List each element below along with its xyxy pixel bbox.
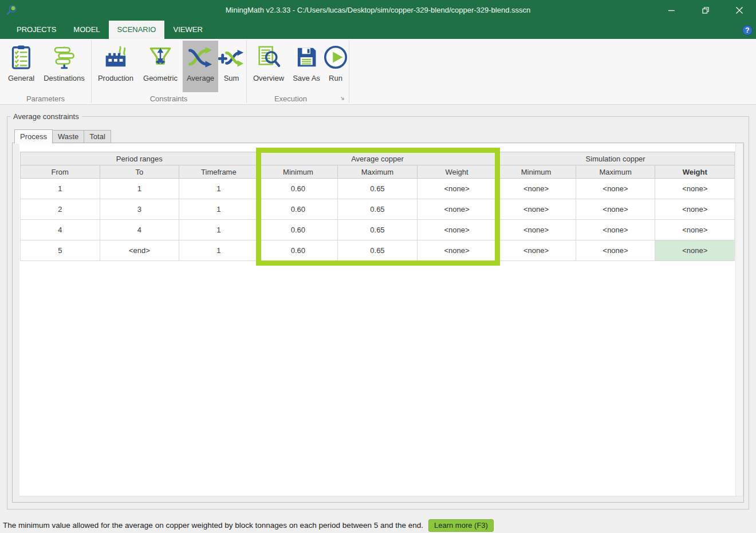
geometric-button[interactable]: Geometric bbox=[139, 41, 182, 92]
constraints-table: Period ranges Average copper Simulation … bbox=[20, 152, 735, 261]
table-cell[interactable]: 0.65 bbox=[338, 240, 418, 261]
col-header-sim-maximum[interactable]: Maximum bbox=[576, 165, 655, 179]
table-cell[interactable]: <end> bbox=[100, 240, 179, 261]
tab-total[interactable]: Total bbox=[84, 130, 111, 143]
table-cell[interactable]: 3 bbox=[100, 199, 179, 220]
ribbon-separator bbox=[91, 40, 92, 103]
table-cell[interactable]: 1 bbox=[179, 240, 259, 261]
col-header-avg-weight[interactable]: Weight bbox=[417, 165, 497, 179]
table-cell[interactable]: <none> bbox=[417, 199, 497, 220]
clipboard-checklist-icon bbox=[8, 44, 34, 70]
table-cell[interactable]: 0.60 bbox=[258, 179, 338, 199]
table-cell[interactable]: <none> bbox=[655, 199, 735, 220]
table-cell[interactable]: <none> bbox=[417, 220, 497, 240]
execution-dialog-launcher-icon[interactable] bbox=[340, 96, 345, 102]
document-magnifier-icon bbox=[255, 44, 282, 70]
table-cell[interactable]: <none> bbox=[576, 220, 655, 240]
constraints-table-body: 1110.600.65<none><none><none><none>2310.… bbox=[21, 179, 735, 261]
col-header-timeframe[interactable]: Timeframe bbox=[179, 165, 259, 179]
col-header-sim-minimum[interactable]: Minimum bbox=[497, 165, 576, 179]
group-header-period-ranges: Period ranges bbox=[21, 152, 259, 165]
help-icon[interactable]: ? bbox=[742, 25, 753, 35]
group-label-constraints: Constraints bbox=[91, 94, 246, 103]
constraint-tabs: Process Waste Total bbox=[14, 129, 111, 143]
destinations-label: Destinations bbox=[44, 74, 85, 82]
window-title: MiningMath v2.3.33 - C:/Users/lucas/Desk… bbox=[0, 0, 756, 21]
learn-more-button[interactable]: Learn more (F3) bbox=[428, 519, 494, 532]
vertical-scrollbar[interactable] bbox=[735, 144, 743, 496]
table-row: 4410.600.65<none><none><none><none> bbox=[21, 220, 735, 240]
table-cell[interactable]: <none> bbox=[576, 179, 655, 199]
tab-process[interactable]: Process bbox=[14, 129, 53, 144]
table-cell[interactable]: <none> bbox=[576, 199, 655, 220]
table-cell[interactable]: 0.65 bbox=[338, 199, 418, 220]
group-header-average-copper: Average copper bbox=[258, 152, 497, 165]
col-header-sim-weight[interactable]: Weight bbox=[655, 165, 735, 179]
menu-tab-model[interactable]: MODEL bbox=[65, 21, 108, 39]
table-cell[interactable]: 1 bbox=[100, 179, 179, 199]
sum-button[interactable]: Sum bbox=[214, 41, 249, 92]
table-cell[interactable]: 2 bbox=[21, 199, 100, 220]
menu-tab-viewer[interactable]: VIEWER bbox=[164, 21, 211, 39]
status-message: The minimum value allowed for the averag… bbox=[3, 521, 423, 530]
table-cell[interactable]: 1 bbox=[179, 179, 259, 199]
table-cell[interactable]: <none> bbox=[655, 240, 735, 261]
statusbar: The minimum value allowed for the averag… bbox=[0, 518, 756, 533]
table-row: 5<end>10.600.65<none><none><none><none> bbox=[21, 240, 735, 261]
tab-waste[interactable]: Waste bbox=[53, 130, 84, 143]
table-cell[interactable]: 5 bbox=[21, 240, 100, 261]
group-label-execution: Execution bbox=[246, 94, 335, 103]
table-cell[interactable]: <none> bbox=[576, 240, 655, 261]
general-label: General bbox=[8, 74, 34, 82]
table-cell[interactable]: <none> bbox=[497, 220, 576, 240]
signpost-icon bbox=[51, 44, 77, 70]
table-cell[interactable]: 1 bbox=[179, 199, 259, 220]
table-cell[interactable]: 0.65 bbox=[338, 179, 418, 199]
app-window: MiningMath v2.3.33 - C:/Users/lucas/Desk… bbox=[0, 0, 756, 533]
col-header-to[interactable]: To bbox=[100, 165, 179, 179]
table-cell[interactable]: 4 bbox=[100, 220, 179, 240]
ribbon-separator bbox=[246, 40, 247, 103]
menu-tab-projects[interactable]: PROJECTS bbox=[8, 21, 65, 39]
production-label: Production bbox=[98, 74, 133, 82]
funnel-arrow-icon bbox=[147, 44, 174, 70]
minimize-icon[interactable] bbox=[655, 0, 688, 21]
factory-icon bbox=[103, 44, 129, 70]
table-cell[interactable]: 4 bbox=[21, 220, 100, 240]
average-button[interactable]: Average bbox=[183, 41, 218, 92]
group-label-parameters: Parameters bbox=[0, 94, 91, 103]
crossed-arrows-icon bbox=[187, 44, 214, 70]
restore-icon[interactable] bbox=[688, 0, 722, 21]
general-button[interactable]: General bbox=[4, 41, 38, 92]
menu-tab-scenario[interactable]: SCENARIO bbox=[109, 21, 165, 39]
table-cell[interactable]: <none> bbox=[417, 240, 497, 261]
production-button[interactable]: Production bbox=[94, 41, 137, 92]
sum-label: Sum bbox=[224, 74, 239, 82]
average-label: Average bbox=[187, 74, 214, 82]
table-cell[interactable]: <none> bbox=[655, 179, 735, 199]
table-cell[interactable]: 1 bbox=[21, 179, 100, 199]
table-cell[interactable]: 0.65 bbox=[338, 220, 418, 240]
play-circle-icon bbox=[322, 44, 349, 70]
table-header: Period ranges Average copper Simulation … bbox=[21, 152, 735, 179]
table-cell[interactable]: <none> bbox=[497, 240, 576, 261]
table-cell[interactable]: <none> bbox=[417, 179, 497, 199]
col-header-from[interactable]: From bbox=[21, 165, 100, 179]
table-row: 1110.600.65<none><none><none><none> bbox=[21, 179, 735, 199]
table-cell[interactable]: 0.60 bbox=[258, 220, 338, 240]
floppy-disk-icon bbox=[293, 44, 320, 70]
table-cell[interactable]: <none> bbox=[655, 220, 735, 240]
overview-button[interactable]: Overview bbox=[249, 41, 288, 92]
titlebar: MiningMath v2.3.33 - C:/Users/lucas/Desk… bbox=[0, 0, 756, 21]
destinations-button[interactable]: Destinations bbox=[40, 41, 89, 92]
table-cell[interactable]: 0.60 bbox=[258, 199, 338, 220]
table-cell[interactable]: 1 bbox=[179, 220, 259, 240]
plus-crossed-arrows-icon bbox=[218, 44, 245, 70]
col-header-avg-minimum[interactable]: Minimum bbox=[258, 165, 338, 179]
table-cell[interactable]: <none> bbox=[497, 179, 576, 199]
close-icon[interactable] bbox=[722, 0, 756, 21]
run-button[interactable]: Run bbox=[318, 41, 353, 92]
table-cell[interactable]: 0.60 bbox=[258, 240, 338, 261]
table-cell[interactable]: <none> bbox=[497, 199, 576, 220]
col-header-avg-maximum[interactable]: Maximum bbox=[338, 165, 418, 179]
